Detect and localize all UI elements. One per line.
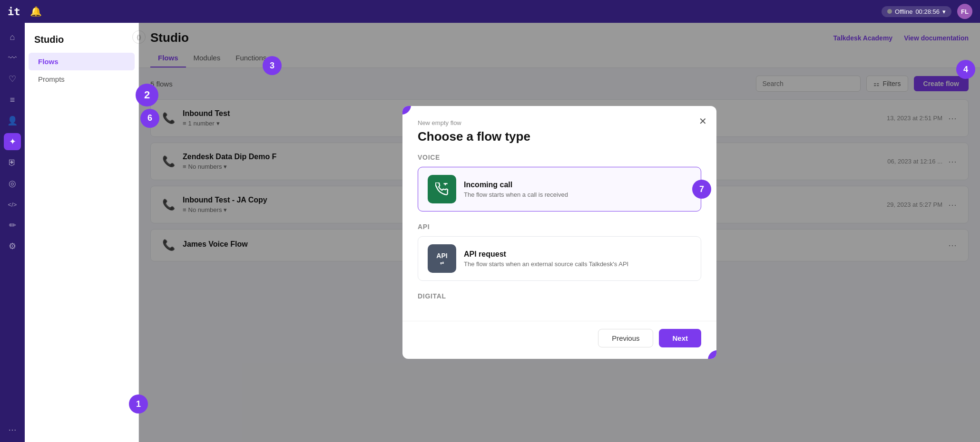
step-badge-4: 4 xyxy=(956,60,975,79)
step-badge-6: 6 xyxy=(140,109,159,128)
step-badge-3: 3 xyxy=(263,56,282,75)
user-avatar[interactable]: FL xyxy=(957,4,972,19)
digital-section-label: Digital xyxy=(418,292,701,300)
notification-bell[interactable]: 🔔 xyxy=(30,6,42,17)
modal-subtitle: New empty flow xyxy=(418,119,701,126)
code-icon[interactable]: </> xyxy=(4,196,21,213)
voice-section-label: Voice xyxy=(418,154,701,161)
more-options-icon[interactable]: … xyxy=(4,419,21,436)
edit-icon[interactable]: ✏ xyxy=(4,217,21,234)
api-section-label: API xyxy=(418,223,701,231)
digital-section: Digital xyxy=(418,292,701,300)
previous-button[interactable]: Previous xyxy=(598,329,653,347)
step-badge-2: 2 xyxy=(136,84,158,106)
incoming-call-name: Incoming call xyxy=(464,181,691,189)
incoming-call-icon xyxy=(428,175,456,203)
status-dot xyxy=(887,9,892,14)
sidebar-item-prompts[interactable]: Prompts xyxy=(29,70,135,88)
api-section: API API ⇄ API request The f xyxy=(418,223,701,281)
content-area: Studio Talkdesk Academy View documentati… xyxy=(139,23,980,442)
analytics-icon[interactable]: ◎ xyxy=(4,175,21,192)
modal-body: Voice Incoming call xyxy=(402,154,716,321)
home-icon[interactable]: ⌂ xyxy=(4,29,21,46)
modal-title: Choose a flow type xyxy=(418,129,701,144)
incoming-call-text: Incoming call The flow starts when a cal… xyxy=(464,181,691,198)
modal-overlay[interactable]: 5 New empty flow Choose a flow type ✕ Vo… xyxy=(139,23,980,442)
logo: it xyxy=(8,6,20,18)
agents-icon[interactable]: 👤 xyxy=(4,112,21,129)
next-button[interactable]: Next xyxy=(659,329,701,347)
api-request-text: API request The flow starts when an exte… xyxy=(464,250,691,268)
activity-icon[interactable]: 〰 xyxy=(4,49,21,67)
voice-section: Voice Incoming call xyxy=(418,154,701,211)
api-request-name: API request xyxy=(464,250,691,259)
routing-icon[interactable]: ≡ xyxy=(4,91,21,108)
api-request-icon: API ⇄ xyxy=(428,244,456,273)
puzzle-icon[interactable]: ⚙ xyxy=(4,238,21,255)
choose-flow-type-modal: 5 New empty flow Choose a flow type ✕ Vo… xyxy=(402,106,716,359)
status-indicator[interactable]: Offline 00:28:56 ▾ xyxy=(882,6,951,17)
topbar: it 🔔 Offline 00:28:56 ▾ FL xyxy=(0,0,980,23)
status-time: 00:28:56 xyxy=(915,8,940,15)
api-request-option[interactable]: API ⇄ API request The flow starts when a… xyxy=(418,236,701,281)
incoming-call-desc: The flow starts when a call is received xyxy=(464,191,691,198)
modal-header: New empty flow Choose a flow type ✕ xyxy=(402,106,716,154)
sidebar-icons: ⌂ 〰 ♡ ≡ 👤 ✦ ⛨ ◎ </> ✏ ⚙ … xyxy=(0,23,25,442)
modal-close-button[interactable]: ✕ xyxy=(699,115,707,127)
status-chevron: ▾ xyxy=(942,8,946,15)
left-nav: Studio Flows Prompts 1 2 xyxy=(25,23,139,442)
modal-footer: Previous Next 8 xyxy=(402,321,716,359)
step-badge-7: 7 xyxy=(692,180,711,199)
left-nav-title: Studio xyxy=(25,30,138,53)
shield-icon[interactable]: ⛨ xyxy=(4,154,21,171)
step-badge-8: 8 xyxy=(708,350,716,359)
status-label: Offline xyxy=(895,8,912,15)
api-request-desc: The flow starts when an external source … xyxy=(464,260,691,268)
contacts-icon[interactable]: ♡ xyxy=(4,70,21,87)
step-badge-1: 1 xyxy=(129,394,148,413)
studio-icon[interactable]: ✦ xyxy=(4,133,21,150)
sidebar-item-flows[interactable]: Flows xyxy=(29,53,135,70)
incoming-call-option[interactable]: Incoming call The flow starts when a cal… xyxy=(418,167,701,211)
